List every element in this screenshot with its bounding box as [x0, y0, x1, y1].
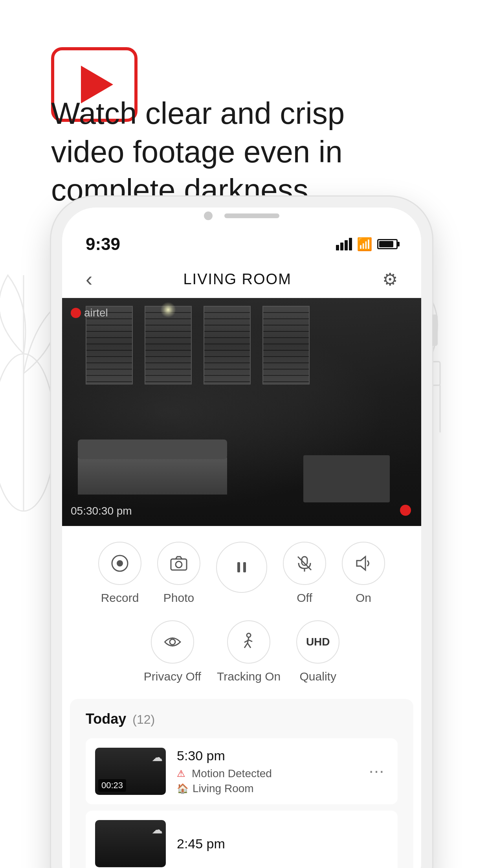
quality-label: Quality: [300, 670, 336, 683]
motion-icon: ⚠: [177, 768, 188, 779]
svg-rect-10: [237, 562, 240, 572]
wifi-icon: 📶: [357, 237, 372, 252]
quality-control: UHD Quality: [296, 620, 339, 683]
recording-time-2: 2:45 pm: [177, 836, 388, 851]
speaker: [224, 213, 279, 218]
recording-time: 5:30 pm: [177, 748, 354, 763]
room-windows: [86, 306, 310, 384]
svg-line-19: [244, 643, 248, 648]
recording-thumbnail: 00:23 ☁: [95, 748, 166, 795]
svg-line-22: [249, 640, 252, 642]
status-icons: 📶: [336, 237, 398, 252]
recording-location: 🏠 Living Room: [177, 782, 354, 795]
privacy-label: Privacy Off: [144, 670, 201, 683]
signal-icon: [336, 238, 352, 250]
privacy-icon: [163, 632, 182, 652]
mic-control: Off: [283, 542, 326, 605]
svg-point-7: [117, 560, 123, 566]
photo-label: Photo: [163, 591, 194, 605]
settings-icon[interactable]: ⚙: [382, 269, 398, 289]
svg-point-16: [170, 639, 175, 645]
controls-row-2: Privacy Off: [70, 620, 413, 683]
phone-notch: [62, 208, 421, 223]
controls-area: Record Photo: [62, 526, 421, 868]
phone-mockup: 9:39 📶 ‹ LIVING ROOM ⚙: [51, 197, 432, 868]
quality-button[interactable]: UHD: [296, 620, 339, 664]
record-control: Record: [98, 542, 141, 605]
sound-icon: [354, 554, 373, 573]
recordings-title: Today: [86, 711, 126, 727]
recording-duration: 00:23: [98, 779, 126, 792]
photo-icon: [169, 554, 189, 573]
room-table: [303, 455, 390, 502]
camera-timestamp: 05:30:30 pm: [71, 505, 132, 517]
event-text: Motion Detected: [192, 767, 272, 780]
svg-point-9: [176, 561, 182, 568]
pause-icon: [233, 558, 251, 576]
mic-label: Off: [297, 591, 312, 605]
svg-rect-11: [243, 562, 246, 572]
upload-icon-2: ☁: [152, 823, 163, 836]
recording-info-2: 2:45 pm: [177, 836, 388, 851]
record-button[interactable]: [98, 542, 141, 585]
sound-button[interactable]: [342, 542, 385, 585]
tracking-icon: [239, 632, 259, 652]
pause-control: [216, 542, 267, 593]
location-text: Living Room: [193, 782, 254, 795]
mic-off-icon: [295, 554, 314, 573]
svg-marker-15: [357, 557, 365, 570]
airtel-logo: [71, 308, 81, 318]
privacy-control: Privacy Off: [144, 620, 201, 683]
photo-button[interactable]: [157, 542, 200, 585]
svg-point-17: [247, 633, 251, 637]
location-icon: 🏠: [177, 783, 189, 794]
window-blind-2: [145, 306, 192, 384]
tracking-control: Tracking On: [217, 620, 281, 683]
recording-thumbnail-2: ☁: [95, 820, 166, 867]
record-icon: [110, 554, 130, 573]
phone-outer: 9:39 📶 ‹ LIVING ROOM ⚙: [51, 197, 432, 868]
airtel-text: airtel: [84, 307, 108, 319]
controls-row-1: Record Photo: [70, 542, 413, 605]
window-blind-4: [262, 306, 310, 384]
light-spot: [160, 302, 176, 318]
window-blind-3: [204, 306, 251, 384]
svg-point-0: [0, 354, 55, 511]
camera-feed-background: [62, 298, 421, 526]
phone-inner: 9:39 📶 ‹ LIVING ROOM ⚙: [62, 208, 421, 868]
upload-icon: ☁: [152, 751, 163, 764]
tracking-button[interactable]: [227, 620, 270, 664]
more-options-button[interactable]: ⋯: [365, 762, 388, 780]
quality-text: UHD: [306, 636, 330, 648]
nav-bar: ‹ LIVING ROOM ⚙: [62, 258, 421, 298]
recordings-count: (12): [132, 712, 155, 727]
page-title: LIVING ROOM: [183, 271, 291, 288]
camera-feed: airtel 05:30:30 pm: [62, 298, 421, 526]
recording-event: ⚠ Motion Detected: [177, 767, 354, 780]
status-time: 9:39: [86, 234, 120, 254]
status-bar: 9:39 📶: [62, 223, 421, 258]
recordings-section: Today (12) 00:23 ☁ 5:30 pm: [70, 699, 413, 868]
back-button[interactable]: ‹: [86, 267, 92, 291]
recording-indicator: [400, 505, 411, 516]
recording-item-2[interactable]: ☁ 2:45 pm: [86, 811, 398, 868]
airtel-watermark: airtel: [71, 307, 108, 319]
svg-rect-8: [171, 559, 187, 570]
svg-line-20: [248, 643, 251, 648]
battery-icon: [377, 239, 398, 249]
tracking-label: Tracking On: [217, 670, 281, 683]
photo-control: Photo: [157, 542, 200, 605]
privacy-button[interactable]: [151, 620, 194, 664]
recordings-header: Today (12): [86, 711, 398, 727]
headline: Watch clear and crisp video footage even…: [51, 94, 346, 210]
room-sofa: [78, 455, 227, 495]
record-label: Record: [101, 591, 139, 605]
mic-button[interactable]: [283, 542, 326, 585]
front-camera: [204, 211, 213, 220]
sound-label: On: [356, 591, 371, 605]
recording-item[interactable]: 00:23 ☁ 5:30 pm ⚠ Motion Detected 🏠: [86, 738, 398, 804]
recording-info: 5:30 pm ⚠ Motion Detected 🏠 Living Room: [177, 748, 354, 795]
sound-control: On: [342, 542, 385, 605]
pause-button[interactable]: [216, 542, 267, 593]
